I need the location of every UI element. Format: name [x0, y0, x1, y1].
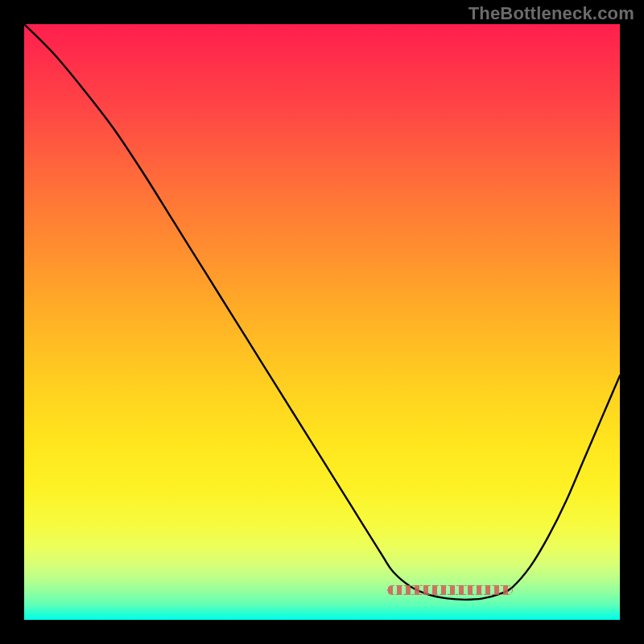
chart-area — [24, 24, 620, 620]
watermark: TheBottleneck.com — [469, 3, 634, 24]
chart-background-gradient — [24, 24, 620, 620]
flat-region-marker — [387, 585, 512, 595]
